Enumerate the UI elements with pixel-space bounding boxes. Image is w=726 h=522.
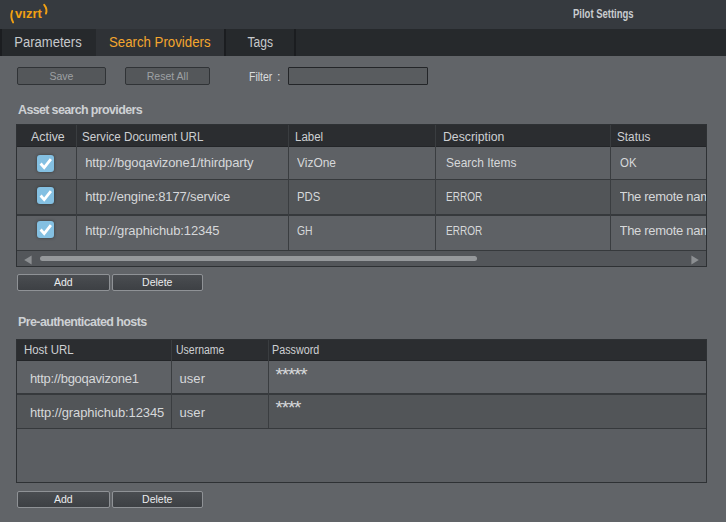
svg-text:vızrt: vızrt bbox=[15, 6, 42, 21]
